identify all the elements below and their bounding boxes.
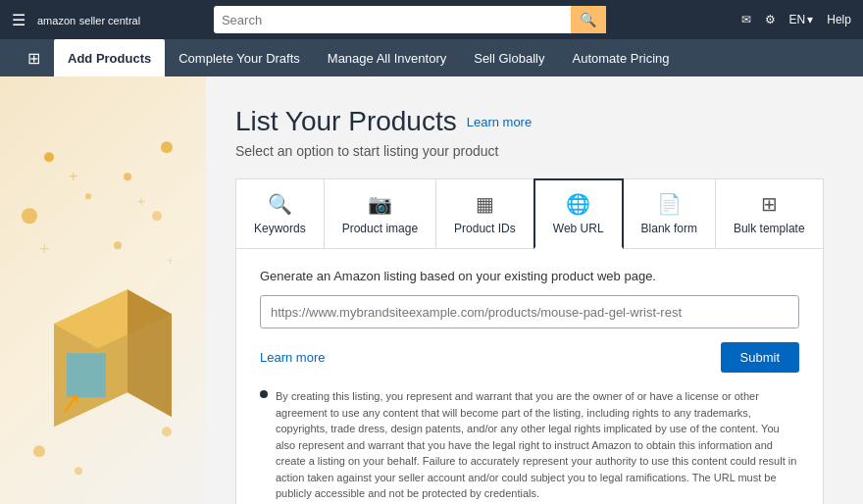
camera-icon: 📷 [368,192,392,216]
svg-text:+: + [167,254,174,268]
svg-point-5 [152,211,162,221]
svg-point-16 [33,445,45,457]
tab-blank-form[interactable]: 📄 Blank form [623,178,716,249]
main-content: + + + + ↗ List Your Products Learn more [0,76,863,504]
form-description: Generate an Amazon listing based on your… [260,269,799,283]
svg-point-4 [22,208,37,224]
svg-point-2 [161,141,173,153]
page-learn-more-link[interactable]: Learn more [467,115,532,129]
svg-point-1 [124,173,131,180]
search-icon: 🔍 [580,12,596,27]
language-label: EN [789,13,806,26]
document-icon: 📄 [657,192,682,216]
hamburger-menu-icon[interactable]: ☰ [12,11,25,29]
sec-nav-add-products[interactable]: Add Products [54,39,165,76]
tab-blank-form-label: Blank form [641,222,697,235]
brand-logo: amazon seller central [37,13,140,27]
sec-nav-sell-globally[interactable]: Sell Globally [460,39,558,76]
svg-point-6 [114,241,122,249]
language-selector[interactable]: EN ▾ [789,13,814,26]
page-subtitle: Select an option to start listing your p… [235,143,824,159]
search-input[interactable] [214,6,571,33]
sec-nav-sell-globally-label: Sell Globally [474,51,544,66]
tab-web-url-label: Web URL [553,222,604,235]
tab-web-url[interactable]: 🌐 Web URL [533,178,624,249]
web-url-form: Generate an Amazon listing based on your… [235,249,824,504]
svg-point-3 [85,193,91,199]
sec-nav-automate-pricing[interactable]: Automate Pricing [558,39,683,76]
disclaimer-content: By creating this listing, you represent … [276,388,799,502]
svg-text:+: + [69,168,77,184]
tab-product-ids-label: Product IDs [454,222,516,235]
top-nav-right: ✉ ⚙ EN ▾ Help [741,13,851,26]
top-navigation: ☰ amazon seller central 🔍 ✉ ⚙ EN ▾ Help [0,0,863,39]
help-link[interactable]: Help [827,13,851,26]
keywords-icon: 🔍 [268,192,292,216]
sec-nav-manage-inventory[interactable]: Manage All Inventory [314,39,460,76]
brand-name: amazon [37,15,76,26]
svg-point-0 [44,152,54,162]
globe-icon: 🌐 [566,192,590,216]
home-icon: ⊞ [27,49,40,68]
tab-product-image[interactable]: 📷 Product image [324,178,436,249]
messages-icon[interactable]: ✉ [741,13,751,26]
sec-nav-complete-drafts-label: Complete Your Drafts [178,51,300,66]
sec-nav-manage-inventory-label: Manage All Inventory [328,51,446,66]
disclaimer-bullet [260,390,268,398]
sec-nav-add-products-label: Add Products [68,51,151,66]
listing-method-tabs: 🔍 Keywords 📷 Product image ▦ Product IDs… [235,178,824,249]
settings-icon[interactable]: ⚙ [765,13,776,26]
page-title: List Your Products Learn more [235,106,824,137]
submit-button[interactable]: Submit [721,342,799,373]
search-button[interactable]: 🔍 [571,6,606,33]
url-input[interactable] [260,295,799,328]
sec-nav-icon-home[interactable]: ⊞ [14,39,54,76]
brand-subtitle: seller central [79,15,140,26]
grid-icon: ⊞ [761,192,778,216]
page-content: List Your Products Learn more Select an … [206,76,863,504]
svg-marker-13 [127,289,172,417]
barcode-icon: ▦ [476,192,494,216]
page-title-text: List Your Products [235,106,457,137]
form-actions: Learn more Submit [260,342,799,373]
tab-keywords-label: Keywords [254,222,306,235]
secondary-navigation: ⊞ Add Products Complete Your Drafts Mana… [0,39,863,76]
tab-bulk-template[interactable]: ⊞ Bulk template [715,178,824,249]
svg-point-17 [75,467,82,475]
search-bar: 🔍 [214,6,606,33]
svg-text:+: + [137,193,145,209]
form-learn-more-link[interactable]: Learn more [260,350,325,365]
tab-keywords[interactable]: 🔍 Keywords [235,178,325,249]
svg-text:+: + [39,239,50,259]
svg-point-18 [162,427,172,436]
disclaimer-text: By creating this listing, you represent … [260,388,799,502]
sec-nav-complete-drafts[interactable]: Complete Your Drafts [165,39,314,76]
chevron-down-icon: ▾ [807,13,813,26]
tab-bulk-template-label: Bulk template [734,222,805,235]
tab-product-image-label: Product image [342,222,418,235]
sec-nav-automate-pricing-label: Automate Pricing [572,51,669,66]
url-input-row [260,295,799,328]
decorative-panel: + + + + ↗ [0,76,206,504]
tab-product-ids[interactable]: ▦ Product IDs [435,178,534,249]
